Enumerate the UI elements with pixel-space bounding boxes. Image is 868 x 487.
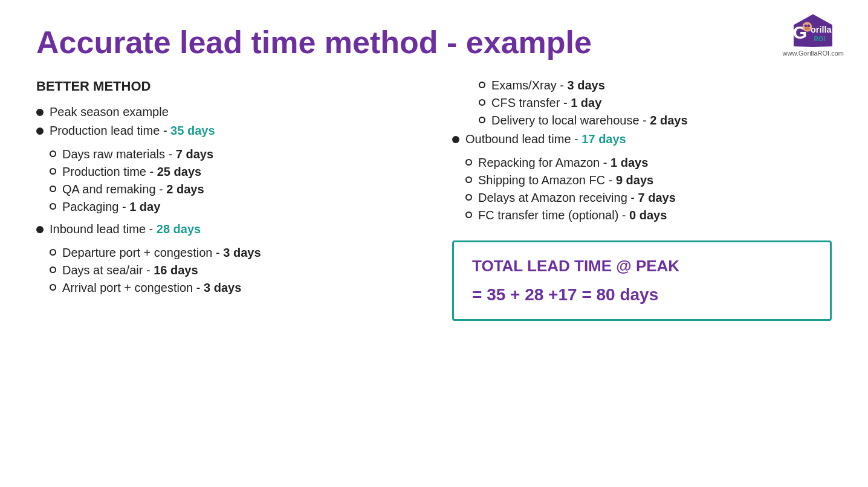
arrival-text: Arrival port + congestion - 3 days: [62, 281, 241, 295]
open-bullet-raw: [50, 150, 56, 157]
list-item-outbound: Outbound lead time - 17 days Repacking f…: [452, 132, 832, 226]
gorilla-roi-logo: G orilla ROI: [789, 12, 837, 48]
raw-text: Days raw materials - 7 days: [62, 147, 213, 161]
open-bullet-cfs: [479, 99, 485, 106]
inbound-value: 28 days: [157, 222, 201, 236]
packaging-text: Packaging - 1 day: [62, 200, 160, 214]
sub-exams: Exams/Xray - 3 days: [479, 79, 832, 92]
section-title: BETTER METHOD: [36, 79, 416, 94]
departure-text: Departure port + congestion - 3 days: [62, 246, 261, 260]
fc-text: FC transfer time (optional) - 0 days: [478, 208, 667, 222]
bullet-peak: [36, 109, 44, 116]
sub-item-packaging: Packaging - 1 day: [50, 200, 213, 214]
sub-item-sea: Days at sea/air - 16 days: [50, 263, 261, 277]
list-item-inbound: Inbound lead time - 28 days Departure po…: [36, 222, 416, 298]
svg-point-5: [805, 24, 808, 27]
svg-point-7: [805, 27, 810, 30]
open-bullet-exams: [479, 82, 485, 88]
production-lead-text: Production lead time - 35 days: [50, 124, 215, 138]
main-list: Peak season example Production lead time…: [36, 105, 416, 298]
sub-fc-transfer: FC transfer time (optional) - 0 days: [465, 208, 676, 222]
total-box: TOTAL LEAD TIME @ PEAK = 35 + 28 +17 = 8…: [452, 240, 832, 321]
svg-text:ROI: ROI: [814, 36, 826, 42]
sub-delays: Delays at Amazon receiving - 7 days: [465, 191, 676, 205]
production-sub-list: Days raw materials - 7 days Production t…: [50, 147, 213, 218]
sub-item-arrival: Arrival port + congestion - 3 days: [50, 281, 261, 295]
qa-text: QA and remaking - 2 days: [62, 182, 204, 196]
right-column: Exams/Xray - 3 days CFS transfer - 1 day…: [452, 79, 832, 321]
right-inbound-sub: Exams/Xray - 3 days CFS transfer - 1 day…: [479, 79, 832, 127]
shipping-text: Shipping to Amazon FC - 9 days: [478, 173, 653, 187]
bullet-outbound: [452, 136, 459, 143]
logo-url: www.GorillaROI.com: [783, 50, 844, 57]
sub-item-qa: QA and remaking - 2 days: [50, 182, 213, 196]
open-bullet-qa: [50, 185, 56, 192]
open-bullet-sea: [50, 266, 56, 273]
repack-text: Repacking for Amazon - 1 days: [478, 156, 648, 170]
logo-area: G orilla ROI www.GorillaROI.com: [783, 12, 844, 57]
open-bullet-arrival: [50, 284, 56, 291]
sub-shipping: Shipping to Amazon FC - 9 days: [465, 173, 676, 187]
sub-repack: Repacking for Amazon - 1 days: [465, 156, 676, 170]
bullet-inbound: [36, 226, 44, 233]
outbound-list: Outbound lead time - 17 days Repacking f…: [452, 132, 832, 226]
open-bullet-delivery: [479, 117, 485, 123]
svg-point-6: [808, 24, 811, 27]
sub-cfs: CFS transfer - 1 day: [479, 96, 832, 110]
total-formula: = 35 + 28 +17 = 80 days: [472, 285, 812, 305]
left-column: BETTER METHOD Peak season example Produc…: [36, 79, 416, 321]
list-item-peak: Peak season example: [36, 105, 416, 119]
sub-item-departure: Departure port + congestion - 3 days: [50, 246, 261, 260]
exams-text: Exams/Xray - 3 days: [491, 79, 605, 92]
sea-text: Days at sea/air - 16 days: [62, 263, 198, 277]
list-item-production-lead: Production lead time - 35 days Days raw …: [36, 124, 416, 218]
open-bullet-delays: [465, 194, 472, 201]
prod-time-text: Production time - 25 days: [62, 165, 201, 179]
total-title: TOTAL LEAD TIME @ PEAK: [472, 257, 812, 276]
production-lead-value: 35 days: [170, 124, 215, 137]
inbound-sub-list: Departure port + congestion - 3 days Day…: [50, 246, 261, 298]
content-area: BETTER METHOD Peak season example Produc…: [36, 79, 832, 321]
open-bullet-prod: [50, 168, 56, 175]
delivery-text: Delivery to local warehouse - 2 days: [491, 114, 688, 127]
outbound-value: 17 days: [581, 132, 626, 146]
outbound-sub-list: Repacking for Amazon - 1 days Shipping t…: [465, 156, 676, 226]
open-bullet-fc: [465, 211, 472, 218]
open-bullet-repack: [465, 159, 472, 166]
sub-item-prod-time: Production time - 25 days: [50, 165, 213, 179]
delays-text: Delays at Amazon receiving - 7 days: [478, 191, 676, 205]
open-bullet-departure: [50, 249, 56, 256]
outbound-text: Outbound lead time - 17 days: [465, 132, 626, 146]
inbound-text: Inbound lead time - 28 days: [50, 222, 201, 236]
page-title: Accurate lead time method - example: [36, 24, 832, 60]
cfs-text: CFS transfer - 1 day: [491, 96, 601, 110]
bullet-production: [36, 127, 44, 135]
open-bullet-shipping: [465, 176, 472, 183]
open-bullet-packaging: [50, 203, 56, 210]
sub-item-raw: Days raw materials - 7 days: [50, 147, 213, 161]
svg-text:orilla: orilla: [811, 25, 832, 34]
peak-text: Peak season example: [50, 105, 416, 119]
sub-delivery: Delivery to local warehouse - 2 days: [479, 114, 832, 127]
